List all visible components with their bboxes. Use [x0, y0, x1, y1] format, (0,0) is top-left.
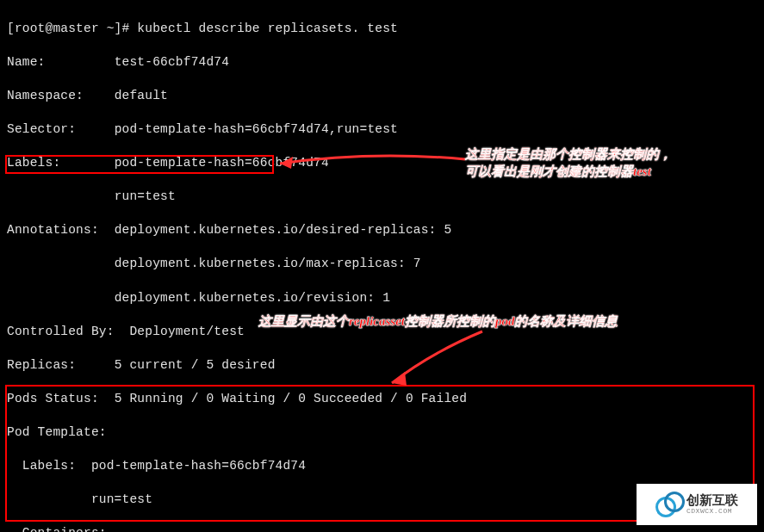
terminal-output: [root@master ~]# kubectl describe replic… — [0, 0, 764, 532]
watermark-icon — [655, 492, 681, 517]
field-labels-label: Labels: — [7, 156, 60, 170]
field-annotations-value2: deployment.kubernetes.io/max-replicas: 7 — [115, 257, 421, 270]
field-annotations-value3: deployment.kubernetes.io/revision: 1 — [115, 291, 390, 305]
watermark-logo: 创新互联 CDXWCX.COM — [637, 484, 757, 525]
pt-labels-label: Labels: — [7, 459, 76, 473]
field-namespace-label: Namespace: — [7, 89, 84, 102]
field-replicas-value: 5 current / 5 desired — [115, 358, 276, 372]
field-pod-template-label: Pod Template: — [7, 425, 107, 439]
pt-labels-value2: run=test — [7, 492, 152, 506]
field-namespace-value: default — [115, 89, 168, 102]
field-controlled-value: Deployment/test — [129, 325, 245, 338]
field-annotations-value1: deployment.kubernetes.io/desired-replica… — [115, 223, 452, 237]
field-controlled-label: Controlled By: — [7, 325, 115, 338]
shell-prompt: [root@master ~]# — [7, 22, 137, 35]
field-name-value: test-66cbf74d74 — [115, 55, 230, 69]
pt-labels-value1: pod-template-hash=66cbf74d74 — [91, 459, 306, 473]
field-selector-label: Selector: — [7, 122, 76, 136]
field-name-label: Name: — [7, 55, 46, 69]
field-annotations-label: Annotations: — [7, 223, 99, 237]
field-replicas-label: Replicas: — [7, 358, 76, 372]
annotation-controlled-by: 这里指定是由那个控制器来控制的， 可以看出是刚才创建的控制器test — [465, 146, 672, 180]
containers-label: Containers: — [7, 526, 107, 532]
annotation-events: 这里显示由这个replicasset控制器所控制的pod的名称及详细信息 — [258, 313, 618, 331]
field-pods-status-value: 5 Running / 0 Waiting / 0 Succeeded / 0 … — [115, 392, 467, 405]
field-labels-value2: run=test — [115, 189, 176, 203]
field-selector-value: pod-template-hash=66cbf74d74,run=test — [115, 122, 398, 136]
field-labels-value1: pod-template-hash=66cbf74d74 — [115, 156, 329, 170]
field-pods-status-label: Pods Status: — [7, 392, 99, 405]
watermark-brand: 创新互联 — [686, 493, 738, 508]
command: kubectl describe replicasets. test — [137, 22, 398, 35]
watermark-sub: CDXWCX.COM — [686, 508, 738, 516]
